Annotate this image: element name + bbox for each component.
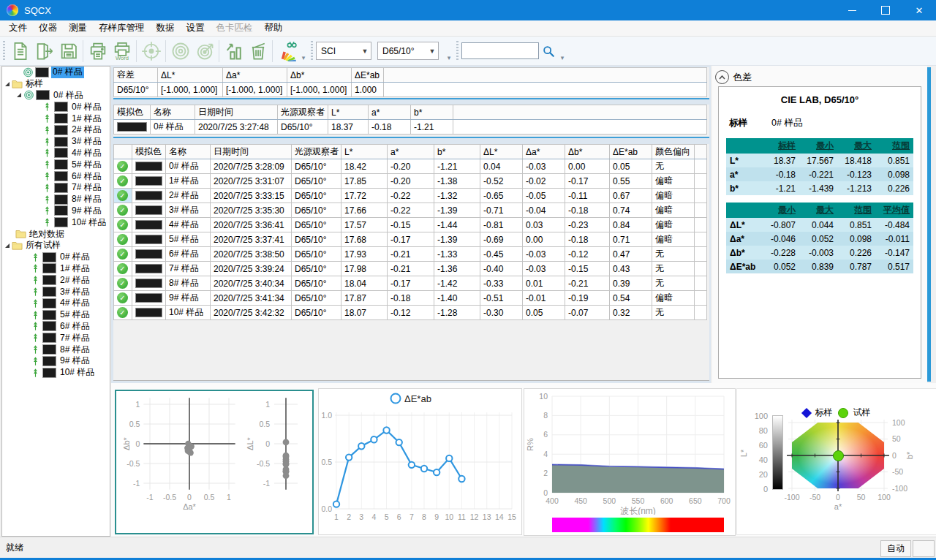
tree-item-9# 样品[interactable]: 9# 样品 xyxy=(2,205,110,217)
tree-item-2# 样品[interactable]: 2# 样品 xyxy=(2,274,110,286)
tree-item-标样[interactable]: 标样 xyxy=(2,78,110,90)
sample-header[interactable]: 光源观察者 xyxy=(292,145,341,159)
sample-row[interactable]: ✓0# 样品2020/7/25 3:28:09D65/10°18.42-0.20… xyxy=(114,159,707,174)
toolbar-overflow-button[interactable]: ▾ xyxy=(445,39,453,63)
tolerance-header[interactable] xyxy=(384,68,707,83)
standard-header[interactable]: 光源观察者 xyxy=(278,105,328,120)
tree-item-3# 样品[interactable]: 3# 样品 xyxy=(2,136,110,148)
measure-target-button[interactable] xyxy=(192,39,216,63)
close-button[interactable]: ✕ xyxy=(902,0,936,20)
search-button[interactable] xyxy=(539,42,558,61)
sample-row[interactable]: ✓7# 样品2020/7/25 3:39:24D65/10°17.98-0.21… xyxy=(114,262,707,276)
menu-item-测量[interactable]: 测量 xyxy=(63,20,93,36)
standard-header[interactable]: 日期时间 xyxy=(195,105,278,120)
sample-row[interactable]: ✓3# 样品2020/7/25 3:35:30D65/10°17.66-0.22… xyxy=(114,203,707,218)
menu-item-色卡匹检[interactable]: 色卡匹检 xyxy=(211,20,259,36)
tree-item-10# 样品[interactable]: 10# 样品 xyxy=(2,216,110,228)
sample-header[interactable]: a* xyxy=(388,145,434,159)
sample-row[interactable]: ✓1# 样品2020/7/25 3:31:07D65/10°17.85-0.20… xyxy=(114,174,707,189)
sample-header[interactable]: 模拟色 xyxy=(132,145,166,159)
standard-header[interactable]: b* xyxy=(411,105,453,120)
sample-header[interactable] xyxy=(114,145,132,159)
tree-item-1# 样品[interactable]: 1# 样品 xyxy=(2,113,110,124)
tree-item-7# 样品[interactable]: 7# 样品 xyxy=(2,182,110,194)
color-match-fan-button[interactable] xyxy=(275,39,299,63)
tree-item-6# 样品[interactable]: 6# 样品 xyxy=(2,321,110,333)
sample-header[interactable]: ΔE*ab xyxy=(610,145,652,159)
sample-header[interactable]: 名称 xyxy=(166,145,211,159)
tree-item-0# 样品[interactable]: 0# 样品 xyxy=(2,101,110,113)
sample-header[interactable]: Δb* xyxy=(565,145,610,159)
menu-item-设置[interactable]: 设置 xyxy=(181,20,211,36)
tree-item-3# 样品[interactable]: 3# 样品 xyxy=(2,286,110,298)
tree-item-4# 样品[interactable]: 4# 样品 xyxy=(2,148,110,159)
tree-item-绝对数据[interactable]: 绝对数据 xyxy=(2,228,110,240)
tolerance-header[interactable]: 容差 xyxy=(114,68,158,83)
minimize-button[interactable] xyxy=(835,0,869,20)
tree-item-2# 样品[interactable]: 2# 样品 xyxy=(2,124,110,136)
menu-item-数据[interactable]: 数据 xyxy=(151,20,181,36)
menu-item-存样库管理[interactable]: 存样库管理 xyxy=(93,20,151,36)
tree-item-6# 样品[interactable]: 6# 样品 xyxy=(2,170,110,182)
maximize-button[interactable] xyxy=(869,0,902,20)
menu-item-文件[interactable]: 文件 xyxy=(3,20,33,36)
standard-header[interactable]: 模拟色 xyxy=(114,105,151,120)
sample-row[interactable]: ✓4# 样品2020/7/25 3:36:41D65/10°17.57-0.15… xyxy=(114,218,707,232)
tree-item-1# 样品[interactable]: 1# 样品 xyxy=(2,263,110,275)
collapse-chevron-icon[interactable] xyxy=(715,70,729,84)
search-input[interactable] xyxy=(461,42,539,59)
save-button[interactable] xyxy=(56,39,80,63)
sample-header[interactable]: 颜色偏向 xyxy=(652,145,695,159)
tree-expander-icon[interactable] xyxy=(5,82,10,86)
tree-item-4# 样品[interactable]: 4# 样品 xyxy=(2,298,110,309)
tree-item-所有试样[interactable]: 所有试样 xyxy=(2,240,110,251)
tree-item-8# 样品[interactable]: 8# 样品 xyxy=(2,194,110,205)
calibration-rings-button[interactable] xyxy=(168,39,192,63)
tolerance-header[interactable]: ΔL* xyxy=(158,68,223,83)
tree-expander-icon[interactable] xyxy=(5,243,10,248)
sample-header[interactable]: L* xyxy=(341,145,388,159)
new-document-button[interactable] xyxy=(8,39,32,63)
sample-row[interactable]: ✓6# 样品2020/7/25 3:38:50D65/10°17.93-0.21… xyxy=(114,247,707,262)
calibrate-target-button[interactable] xyxy=(139,39,163,63)
sample-header[interactable] xyxy=(695,145,707,159)
tree-item-0# 样品[interactable]: 0# 样品 xyxy=(2,251,110,263)
tree-item-8# 样品[interactable]: 8# 样品 xyxy=(2,344,110,355)
sample-row[interactable]: ✓10# 样品2020/7/25 3:42:32D65/10°18.07-0.1… xyxy=(114,306,707,320)
sample-row[interactable]: ✓2# 样品2020/7/25 3:33:15D65/10°17.72-0.22… xyxy=(114,189,707,203)
tolerance-header[interactable]: ΔE*ab xyxy=(352,68,384,83)
print-word-button[interactable]: Word xyxy=(110,39,134,63)
standard-header[interactable] xyxy=(453,105,707,120)
tree-item-0# 样品[interactable]: 0# 样品 xyxy=(2,67,110,78)
tree-item-0# 样品[interactable]: 0# 样品 xyxy=(2,90,110,102)
sample-header[interactable]: Δa* xyxy=(523,145,565,159)
toolbar-overflow-button[interactable]: ▾ xyxy=(558,39,567,63)
tolerance-header[interactable]: Δa* xyxy=(223,68,287,83)
sample-header[interactable]: 日期时间 xyxy=(211,145,292,159)
illuminant-observer-select[interactable]: D65/10°▼ xyxy=(377,42,439,60)
standard-header[interactable]: L* xyxy=(328,105,369,120)
menu-item-仪器[interactable]: 仪器 xyxy=(33,20,63,36)
standard-header[interactable]: a* xyxy=(369,105,411,120)
standard-header[interactable]: 名称 xyxy=(151,105,195,120)
measurement-mode-select[interactable]: SCI▼ xyxy=(316,42,371,60)
menu-item-帮助[interactable]: 帮助 xyxy=(259,20,289,36)
export-button[interactable] xyxy=(32,39,56,63)
tolerance-header[interactable]: Δb* xyxy=(287,68,352,83)
sample-row[interactable]: ✓8# 样品2020/7/25 3:40:34D65/10°18.04-0.17… xyxy=(114,276,707,291)
toolbar-overflow-button[interactable]: ▾ xyxy=(299,39,308,63)
tree-expander-icon[interactable] xyxy=(17,93,21,97)
tree-item-5# 样品[interactable]: 5# 样品 xyxy=(2,309,110,321)
tree-item-5# 样品[interactable]: 5# 样品 xyxy=(2,159,110,170)
tree-item-9# 样品[interactable]: 9# 样品 xyxy=(2,355,110,367)
print-button[interactable] xyxy=(86,39,110,63)
tolerance-row[interactable]: D65/10°[-1.000, 1.000][-1.000, 1.000][-1… xyxy=(114,83,707,97)
sample-row[interactable]: ✓9# 样品2020/7/25 3:41:34D65/10°17.87-0.18… xyxy=(114,291,707,306)
sample-header[interactable]: ΔL* xyxy=(480,145,523,159)
panel-splitter[interactable] xyxy=(927,67,931,382)
sample-row[interactable]: ✓5# 样品2020/7/25 3:37:41D65/10°17.68-0.17… xyxy=(114,232,707,247)
standard-row[interactable]: 0# 样品2020/7/25 3:27:48D65/10°18.37-0.18-… xyxy=(114,120,707,135)
statistics-chart-button[interactable] xyxy=(222,39,246,63)
tree-item-7# 样品[interactable]: 7# 样品 xyxy=(2,332,110,344)
sample-header[interactable]: b* xyxy=(434,145,480,159)
